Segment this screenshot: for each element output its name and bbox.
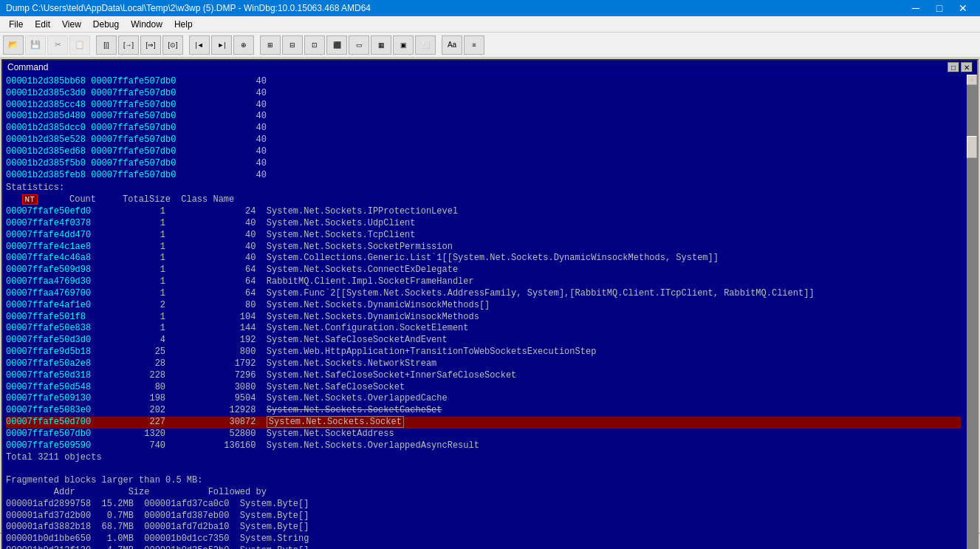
tb-btn12[interactable]: ⊞ [260, 35, 281, 55]
table-row: 00007ffafe501f8 1 104 System.Net.Sockets… [6, 312, 964, 324]
data-line-8: 00001b2d385f5b0 00007ffafe507db0 40 [6, 158, 964, 170]
tb-btn13[interactable]: ⊟ [282, 35, 303, 55]
tb-btn11[interactable]: ⊕ [233, 35, 254, 55]
command-window-controls: □ ✕ [948, 62, 973, 72]
tb-btn8[interactable]: [⊙] [162, 35, 183, 55]
tb-cut[interactable]: ✂ [47, 35, 68, 55]
menu-edit[interactable]: Edit [29, 18, 56, 31]
minimize-button[interactable]: ─ [905, 1, 927, 15]
command-titlebar: Command □ ✕ [3, 61, 977, 75]
total-line: Total 3211 objects [6, 452, 964, 464]
table-row-highlighted: 00007ffafe50d700 227 30872 System.Net.So… [6, 417, 961, 429]
table-row: 00007ffafe9d5b18 25 800 System.Web.HttpA… [6, 347, 964, 358]
statistics-header: Statistics: [6, 183, 964, 194]
tb-btn9[interactable]: |◄ [189, 35, 210, 55]
scroll-track[interactable] [967, 85, 977, 549]
nt-badge: NT [22, 194, 38, 205]
menubar: File Edit View Debug Window Help [0, 16, 980, 33]
tb-btn14[interactable]: ⊡ [304, 35, 325, 55]
command-close-icon[interactable]: ✕ [961, 62, 973, 72]
vertical-scrollbar[interactable]: ▲ ▼ [967, 75, 977, 549]
table-row: 00007ffaa4769700 1 64 System.Func`2[[Sys… [6, 288, 964, 300]
table-row: 00007ffafe4c46a8 1 40 System.Collections… [6, 253, 964, 265]
main-area: Command □ ✕ 00001b2d385bb68 00007ffafe50… [0, 58, 980, 533]
toolbar: 📂 💾 ✂ 📋 [|] [→] [⇒] [⊙] |◄ ►| ⊕ ⊞ ⊟ ⊡ ⬛ … [0, 33, 980, 58]
table-row: 00007ffafe509130 198 9504 System.Net.Soc… [6, 393, 964, 405]
data-line-4: 00001b2d385d480 00007ffafe507db0 40 [6, 111, 964, 123]
command-title: Command [7, 62, 48, 72]
tb-open[interactable]: 📂 [3, 35, 24, 55]
tb-btn18[interactable]: ▣ [393, 35, 414, 55]
tb-format[interactable]: ≡ [464, 35, 484, 55]
frag-row: 000001afd3882b18 68.7MB 000001afd7d2ba10… [6, 522, 964, 533]
menu-file[interactable]: File [3, 18, 29, 31]
table-row: 00007ffafe4dd470 1 40 System.Net.Sockets… [6, 230, 964, 242]
menu-debug[interactable]: Debug [87, 18, 125, 31]
table-row: 00007ffafe4c1ae8 1 40 System.Net.Sockets… [6, 242, 964, 253]
table-row: 00007ffafe509d98 1 64 System.Net.Sockets… [6, 265, 964, 276]
table-row: 00007ffafe50d318 228 7296 System.Net.Saf… [6, 370, 964, 382]
tb-btn17[interactable]: ▦ [371, 35, 391, 55]
maximize-button[interactable]: □ [928, 1, 950, 15]
tb-font[interactable]: Aa [442, 35, 462, 55]
tb-btn6[interactable]: [→] [118, 35, 139, 55]
table-row: 00007ffafe50efd0 1 24 System.Net.Sockets… [6, 206, 964, 218]
close-button[interactable]: ✕ [952, 1, 974, 15]
tb-btn15[interactable]: ⬛ [326, 35, 347, 55]
frag-row: 000001b0d312f130 4.7MB 000001b0d35e52b0 … [6, 545, 964, 549]
tb-save[interactable]: 💾 [25, 35, 46, 55]
frag-row: 000001afd2899758 15.2MB 000001afd37ca0c0… [6, 499, 964, 511]
data-line-3: 00001b2d385cc48 00007ffafe507db0 40 [6, 100, 964, 112]
data-line-1: 00001b2d385bb68 00007ffafe507db0 40 [6, 76, 964, 88]
scroll-thumb[interactable] [967, 136, 977, 158]
tb-btn7[interactable]: [⇒] [140, 35, 161, 55]
table-header: NT Count TotalSize Class Name [6, 194, 964, 206]
titlebar-controls: ─ □ ✕ [905, 1, 974, 15]
data-line-6: 00001b2d385e528 00007ffafe507db0 40 [6, 134, 964, 146]
scroll-up-arrow[interactable]: ▲ [967, 75, 977, 85]
tb-btn10[interactable]: ►| [211, 35, 232, 55]
table-row: 00007ffafe507db0 1320 52800 System.Net.S… [6, 429, 964, 440]
frag-row: 000001b0d1bbe650 1.0MB 000001b0d1cc7350 … [6, 533, 964, 545]
data-line-5: 00001b2d385dcc0 00007ffafe507db0 40 [6, 123, 964, 134]
data-line-9: 00001b2d385feb8 00007ffafe507db0 40 [6, 170, 964, 182]
menu-view[interactable]: View [56, 18, 87, 31]
table-row: 00007ffaa4769d30 1 64 RabbitMQ.Client.Im… [6, 276, 964, 288]
frag-row: 000001afd37d2b00 0.7MB 000001afd387eb00 … [6, 511, 964, 522]
data-line-2: 00001b2d385c3d0 00007ffafe507db0 40 [6, 88, 964, 100]
table-row: 00007ffafe4af1e0 2 80 System.Net.Sockets… [6, 300, 964, 312]
table-row: 00007ffafe4f0378 1 40 System.Net.Sockets… [6, 218, 964, 230]
table-row: 00007ffafe5083e0 202 12928 System.Net.So… [6, 405, 964, 417]
menu-help[interactable]: Help [168, 18, 199, 31]
frag-col-header: Addr Size Followed by [6, 487, 964, 499]
table-row: 00007ffafe509590 740 136160 System.Net.S… [6, 440, 964, 452]
content-lines: 00001b2d385bb68 00007ffafe507db0 40 0000… [6, 76, 964, 549]
command-maximize-icon[interactable]: □ [948, 62, 959, 72]
menu-window[interactable]: Window [125, 18, 168, 31]
tb-btn16[interactable]: ▭ [349, 35, 369, 55]
tb-btn5[interactable]: [|] [96, 35, 117, 55]
title-text: Dump C:\Users\teld\AppData\Local\Temp\2\… [6, 3, 371, 13]
table-row: 00007ffafe50e838 1 144 System.Net.Config… [6, 323, 964, 335]
command-window: Command □ ✕ 00001b2d385bb68 00007ffafe50… [1, 59, 979, 549]
tb-btn19[interactable]: ⬜ [415, 35, 436, 55]
table-row: 00007ffafe50d3d0 4 192 System.Net.SafeCl… [6, 335, 964, 347]
table-row: 00007ffafe50d548 80 3080 System.Net.Safe… [6, 382, 964, 394]
blank-line [6, 463, 964, 475]
command-content[interactable]: 00001b2d385bb68 00007ffafe507db0 40 0000… [3, 75, 977, 549]
tb-copy[interactable]: 📋 [69, 35, 90, 55]
frag-header: Fragmented blocks larger than 0.5 MB: [6, 475, 964, 487]
titlebar: Dump C:\Users\teld\AppData\Local\Temp\2\… [0, 0, 980, 16]
data-line-7: 00001b2d385ed68 00007ffafe507db0 40 [6, 146, 964, 158]
table-row: 00007ffafe50a2e8 28 1792 System.Net.Sock… [6, 358, 964, 370]
